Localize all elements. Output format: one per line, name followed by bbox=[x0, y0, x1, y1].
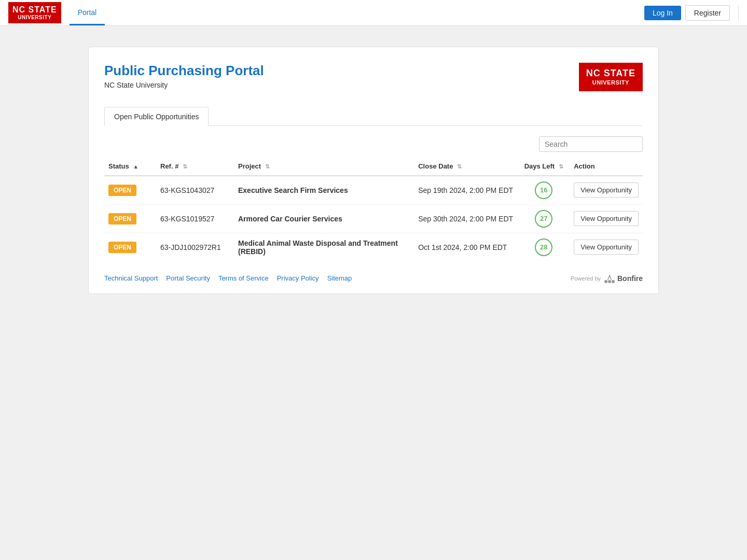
col-header-daysleft: Days Left ⇅ bbox=[518, 157, 570, 176]
cell-closedate-1: Sep 30th 2024, 2:00 PM EDT bbox=[414, 204, 518, 233]
days-badge-1: 27 bbox=[535, 210, 552, 228]
search-input[interactable] bbox=[539, 136, 643, 152]
tab-bar: Open Public Opportunities bbox=[104, 107, 643, 126]
table-header-row: Status ▲ Ref. # ⇅ Project ⇅ Close Date ⇅… bbox=[104, 157, 643, 176]
table-body: OPEN 63-KGS1043027 Executive Search Firm… bbox=[104, 176, 643, 261]
col-header-action: Action bbox=[570, 157, 643, 176]
badge-open-0: OPEN bbox=[108, 185, 136, 196]
nav-logo-line1: NC STATE bbox=[12, 5, 57, 15]
bonfire-icon bbox=[604, 274, 615, 283]
cell-status-1: OPEN bbox=[104, 204, 156, 233]
svg-point-2 bbox=[612, 280, 615, 283]
table-row: OPEN 63-KGS1019527 Armored Car Courier S… bbox=[104, 204, 643, 233]
cell-ref-2: 63-JDJ1002972R1 bbox=[156, 233, 234, 261]
daysleft-sort-icon[interactable]: ⇅ bbox=[559, 163, 563, 170]
register-button[interactable]: Register bbox=[685, 5, 730, 21]
cell-action-2: View Opportunity bbox=[570, 233, 643, 261]
nav-logo-line2: UNIVERSITY bbox=[12, 15, 57, 20]
status-sort-icon[interactable]: ▲ bbox=[133, 163, 139, 170]
svg-point-1 bbox=[608, 280, 611, 283]
table-row: OPEN 63-JDJ1002972R1 Medical Animal Wast… bbox=[104, 233, 643, 261]
bonfire-brand-name: Bonfire bbox=[617, 274, 643, 283]
view-opportunity-button-1[interactable]: View Opportunity bbox=[574, 211, 639, 226]
portal-subtitle: NC State University bbox=[104, 81, 264, 89]
nav-logo: NC STATE UNIVERSITY bbox=[8, 2, 61, 23]
col-header-project: Project ⇅ bbox=[234, 157, 414, 176]
badge-open-2: OPEN bbox=[108, 242, 136, 253]
portal-header: Public Purchasing Portal NC State Univer… bbox=[104, 63, 643, 91]
footer-link-sitemap[interactable]: Sitemap bbox=[327, 274, 352, 282]
login-button[interactable]: Log In bbox=[644, 6, 681, 20]
nav-links: Portal bbox=[70, 0, 105, 25]
portal-title-block: Public Purchasing Portal NC State Univer… bbox=[104, 63, 264, 89]
ref-sort-icon[interactable]: ⇅ bbox=[183, 163, 187, 170]
view-opportunity-button-0[interactable]: View Opportunity bbox=[574, 183, 639, 198]
svg-point-0 bbox=[604, 280, 607, 283]
cell-project-0: Executive Search Firm Services bbox=[234, 176, 414, 205]
col-header-ref: Ref. # ⇅ bbox=[156, 157, 234, 176]
footer-link-portal-security[interactable]: Portal Security bbox=[166, 274, 210, 282]
cell-closedate-0: Sep 19th 2024, 2:00 PM EDT bbox=[414, 176, 518, 205]
ncstate-logo: NC STATE UNIVERSITY bbox=[579, 63, 643, 91]
portal-title: Public Purchasing Portal bbox=[104, 63, 264, 79]
cell-project-1: Armored Car Courier Services bbox=[234, 204, 414, 233]
days-badge-2: 28 bbox=[535, 239, 552, 256]
view-opportunity-button-2[interactable]: View Opportunity bbox=[574, 240, 639, 255]
table-toolbar bbox=[104, 136, 643, 152]
nav-link-portal[interactable]: Portal bbox=[70, 1, 105, 25]
days-badge-0: 16 bbox=[535, 181, 552, 199]
col-header-closedate: Close Date ⇅ bbox=[414, 157, 518, 176]
cell-action-0: View Opportunity bbox=[570, 176, 643, 205]
ncstate-logo-line2: UNIVERSITY bbox=[586, 79, 635, 86]
cell-daysleft-2: 28 bbox=[518, 233, 570, 261]
cell-status-0: OPEN bbox=[104, 176, 156, 205]
cell-daysleft-0: 16 bbox=[518, 176, 570, 205]
nav-divider bbox=[738, 5, 739, 21]
table-row: OPEN 63-KGS1043027 Executive Search Firm… bbox=[104, 176, 643, 205]
footer-link-technical-support[interactable]: Technical Support bbox=[104, 274, 158, 282]
cell-daysleft-1: 27 bbox=[518, 204, 570, 233]
tab-open-opportunities[interactable]: Open Public Opportunities bbox=[104, 107, 209, 126]
project-sort-icon[interactable]: ⇅ bbox=[265, 163, 270, 170]
badge-open-1: OPEN bbox=[108, 213, 136, 225]
closedate-sort-icon[interactable]: ⇅ bbox=[457, 163, 462, 170]
cell-ref-0: 63-KGS1043027 bbox=[156, 176, 234, 205]
cell-closedate-2: Oct 1st 2024, 2:00 PM EDT bbox=[414, 233, 518, 261]
nav-right: Log In Register bbox=[644, 5, 739, 21]
cell-ref-1: 63-KGS1019527 bbox=[156, 204, 234, 233]
footer-link-terms[interactable]: Terms of Service bbox=[218, 274, 269, 282]
bonfire-logo: Bonfire bbox=[604, 274, 643, 283]
col-header-status: Status ▲ bbox=[104, 157, 156, 176]
cell-status-2: OPEN bbox=[104, 233, 156, 261]
footer-right: Powered by Bonfire bbox=[571, 274, 643, 283]
footer-link-privacy[interactable]: Privacy Policy bbox=[277, 274, 319, 282]
opportunities-table: Status ▲ Ref. # ⇅ Project ⇅ Close Date ⇅… bbox=[104, 157, 643, 261]
main-content: Public Purchasing Portal NC State Univer… bbox=[88, 47, 659, 294]
cell-action-1: View Opportunity bbox=[570, 204, 643, 233]
footer-links: Technical Support Portal Security Terms … bbox=[104, 274, 643, 283]
powered-by-text: Powered by bbox=[571, 275, 601, 282]
cell-project-2: Medical Animal Waste Disposal and Treatm… bbox=[234, 233, 414, 261]
top-nav: NC STATE UNIVERSITY Portal Log In Regist… bbox=[0, 0, 747, 26]
ncstate-logo-line1: NC STATE bbox=[586, 68, 635, 79]
